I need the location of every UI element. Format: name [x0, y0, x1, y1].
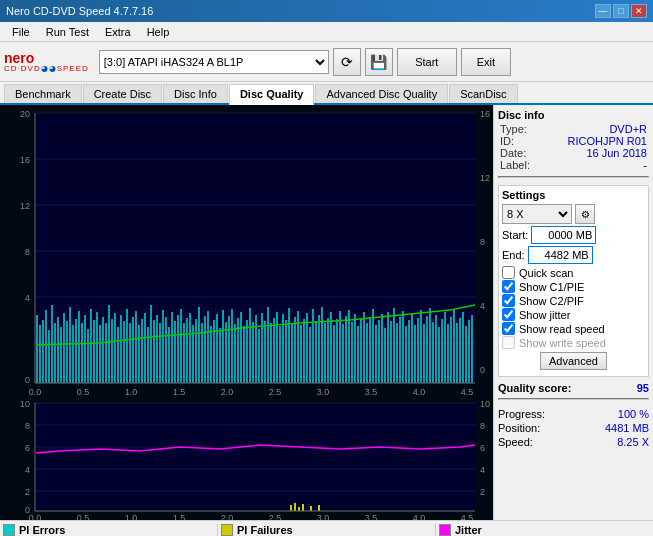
svg-rect-30	[66, 321, 68, 383]
date-value: 16 Jun 2018	[586, 147, 647, 159]
chart-svg: 20 16 12 8 4 0 16 12 8 4 0	[0, 105, 493, 520]
svg-rect-86	[234, 324, 236, 383]
svg-rect-45	[111, 319, 113, 383]
svg-rect-100	[276, 312, 278, 383]
svg-rect-68	[180, 309, 182, 383]
svg-text:4.5: 4.5	[461, 513, 474, 520]
position-value: 4481 MB	[605, 422, 649, 434]
menu-help[interactable]: Help	[139, 24, 178, 40]
refresh-button[interactable]: ⟳	[333, 48, 361, 76]
svg-rect-111	[309, 327, 311, 383]
svg-rect-125	[351, 322, 353, 383]
show-c1pie-checkbox[interactable]	[502, 280, 515, 293]
svg-rect-148	[420, 310, 422, 383]
pi-failures-group: PI Failures Average: 0.00 Maximum: 2 Tot…	[221, 524, 432, 536]
tab-benchmark[interactable]: Benchmark	[4, 84, 82, 103]
svg-rect-140	[396, 323, 398, 383]
svg-rect-163	[465, 326, 467, 383]
svg-rect-39	[93, 320, 95, 383]
advanced-button[interactable]: Advanced	[540, 352, 607, 370]
svg-rect-149	[423, 324, 425, 383]
svg-text:3.0: 3.0	[317, 513, 330, 520]
divider-2	[435, 524, 436, 536]
date-label: Date:	[500, 147, 526, 159]
menu-file[interactable]: File	[4, 24, 38, 40]
show-c2pif-label: Show C2/PIF	[519, 295, 584, 307]
tab-disc-info[interactable]: Disc Info	[163, 84, 228, 103]
type-label: Type:	[500, 123, 527, 135]
menu-extra[interactable]: Extra	[97, 24, 139, 40]
svg-rect-85	[231, 309, 233, 383]
show-jitter-row: Show jitter	[502, 308, 645, 321]
start-row: Start:	[502, 226, 645, 244]
svg-rect-201	[318, 505, 320, 511]
start-button[interactable]: Start	[397, 48, 457, 76]
svg-rect-146	[414, 325, 416, 383]
svg-rect-128	[360, 318, 362, 383]
exit-button[interactable]: Exit	[461, 48, 511, 76]
svg-text:0.5: 0.5	[77, 387, 90, 397]
svg-rect-200	[310, 506, 312, 511]
svg-rect-141	[399, 317, 401, 383]
svg-rect-103	[285, 320, 287, 383]
label-label: Label:	[500, 159, 530, 171]
svg-rect-97	[267, 307, 269, 383]
svg-rect-29	[63, 313, 65, 383]
svg-rect-52	[132, 317, 134, 383]
title-bar: Nero CD-DVD Speed 4.7.7.16 — □ ✕	[0, 0, 653, 22]
show-c2pif-checkbox[interactable]	[502, 294, 515, 307]
minimize-button[interactable]: —	[595, 4, 611, 18]
svg-rect-157	[447, 324, 449, 383]
tab-advanced-disc-quality[interactable]: Advanced Disc Quality	[315, 84, 448, 103]
disc-id-row: ID: RICOHJPN R01	[498, 135, 649, 147]
save-button[interactable]: 💾	[365, 48, 393, 76]
close-button[interactable]: ✕	[631, 4, 647, 18]
svg-rect-147	[417, 318, 419, 383]
disc-label-row: Label: -	[498, 159, 649, 171]
progress-section: Progress: 100 % Position: 4481 MB Speed:…	[498, 407, 649, 449]
svg-rect-158	[450, 317, 452, 383]
svg-rect-135	[381, 314, 383, 383]
menu-run-test[interactable]: Run Test	[38, 24, 97, 40]
svg-rect-24	[48, 330, 50, 383]
tab-disc-quality[interactable]: Disc Quality	[229, 84, 315, 105]
svg-text:16: 16	[480, 109, 490, 119]
svg-rect-144	[408, 320, 410, 383]
tab-scandisc[interactable]: ScanDisc	[449, 84, 517, 103]
drive-selector[interactable]: [3:0] ATAPI iHAS324 A BL1P	[99, 50, 329, 74]
svg-text:1.0: 1.0	[125, 387, 138, 397]
svg-text:16: 16	[20, 155, 30, 165]
svg-text:4: 4	[25, 293, 30, 303]
svg-text:8: 8	[25, 421, 30, 431]
svg-rect-153	[435, 315, 437, 383]
svg-text:6: 6	[25, 443, 30, 453]
speed-row-prog: Speed: 8.25 X	[498, 435, 649, 449]
show-jitter-label: Show jitter	[519, 309, 570, 321]
svg-rect-137	[387, 312, 389, 383]
speed-settings-icon[interactable]: ⚙	[575, 204, 595, 224]
end-label: End:	[502, 249, 525, 261]
show-jitter-checkbox[interactable]	[502, 308, 515, 321]
svg-text:3.5: 3.5	[365, 513, 378, 520]
svg-rect-83	[225, 322, 227, 383]
maximize-button[interactable]: □	[613, 4, 629, 18]
pi-failures-indicator	[221, 524, 233, 536]
svg-rect-49	[123, 321, 125, 383]
quick-scan-row: Quick scan	[502, 266, 645, 279]
svg-rect-73	[195, 319, 197, 383]
title-bar-controls[interactable]: — □ ✕	[595, 4, 647, 18]
quick-scan-checkbox[interactable]	[502, 266, 515, 279]
svg-text:2.0: 2.0	[221, 387, 234, 397]
end-input[interactable]	[528, 246, 593, 264]
svg-rect-106	[294, 317, 296, 383]
speed-selector[interactable]: 8 X	[502, 204, 572, 224]
disc-info-section: Disc info Type: DVD+R ID: RICOHJPN R01 D…	[498, 109, 649, 171]
start-input[interactable]	[531, 226, 596, 244]
svg-rect-92	[252, 322, 254, 383]
svg-rect-44	[108, 305, 110, 383]
tab-create-disc[interactable]: Create Disc	[83, 84, 162, 103]
show-read-speed-checkbox[interactable]	[502, 322, 515, 335]
progress-value: 100 %	[618, 408, 649, 420]
svg-rect-134	[378, 320, 380, 383]
progress-row: Progress: 100 %	[498, 407, 649, 421]
